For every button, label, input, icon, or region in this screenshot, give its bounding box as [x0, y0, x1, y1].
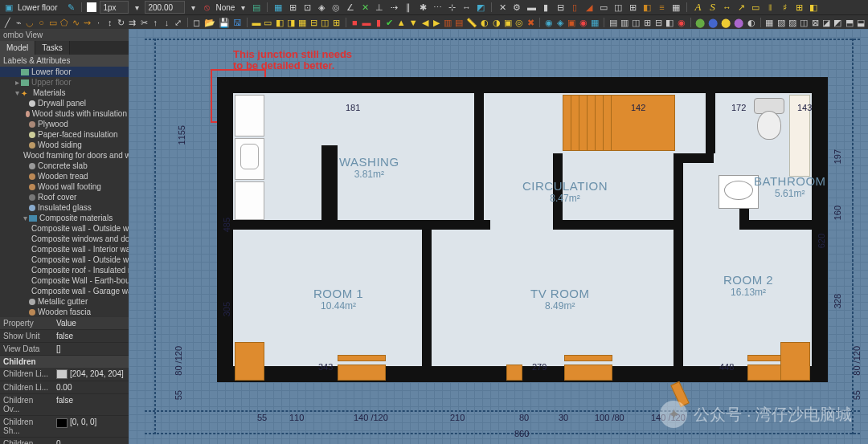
chart-icon[interactable]: ▤ — [455, 17, 463, 28]
btn-icon[interactable]: ⊞ — [643, 17, 651, 28]
btn-icon[interactable]: ⊟ — [654, 17, 662, 28]
btn-icon[interactable]: ⬓ — [857, 17, 865, 28]
btn-icon[interactable]: ◉ — [579, 17, 587, 28]
annotate-a-icon[interactable]: A — [692, 2, 703, 13]
btn-icon[interactable]: ▼ — [409, 17, 418, 28]
btn-icon[interactable]: ◪ — [822, 17, 830, 28]
tree-item[interactable]: Wood wall footing — [0, 181, 129, 192]
settings-icon[interactable]: ⚙ — [511, 2, 522, 13]
snap-dim-icon[interactable]: ↔ — [461, 2, 472, 13]
space-icon[interactable]: ◧ — [641, 2, 653, 13]
snap-near-icon[interactable]: ⋯ — [432, 2, 443, 13]
tree-item[interactable]: Wood siding — [0, 140, 129, 150]
btn-icon[interactable]: ◐ — [481, 17, 489, 28]
property-row[interactable]: Children Li...[204, 204, 204] — [0, 368, 129, 381]
btn-icon[interactable]: ◫ — [321, 17, 329, 28]
btn-icon[interactable]: ◧ — [665, 17, 674, 28]
spin-icon[interactable]: ▾ — [132, 2, 141, 12]
line-width-input[interactable] — [100, 1, 129, 14]
btn-icon[interactable]: ◈ — [556, 17, 564, 28]
btn-icon[interactable]: ▣ — [504, 17, 512, 28]
property-row[interactable]: Children Sh...[0, 0, 0] — [0, 416, 129, 438]
property-row[interactable]: View Data[] — [0, 343, 129, 356]
offset-icon[interactable]: ⇉ — [129, 17, 137, 28]
rect-icon[interactable]: ▭ — [49, 17, 57, 28]
btn-icon[interactable]: ⬤ — [734, 17, 743, 28]
btn-icon[interactable]: ▭ — [264, 17, 272, 28]
tree-item[interactable]: Concrete slab — [0, 161, 129, 171]
property-row[interactable]: Show Unitfalse — [0, 330, 129, 343]
btn-icon[interactable]: ◩ — [833, 17, 841, 28]
snap-grid-icon[interactable]: ⊞ — [287, 2, 298, 13]
circle-icon[interactable]: ○ — [38, 17, 46, 28]
btn-icon[interactable]: ▨ — [788, 17, 796, 28]
grid2-icon[interactable]: ⊞ — [793, 2, 805, 13]
btn-icon[interactable]: ▬ — [252, 17, 260, 28]
stairs-icon[interactable]: ≡ — [656, 2, 667, 13]
snap-par-icon[interactable]: ∥ — [403, 2, 414, 13]
frame-icon[interactable]: ⊞ — [627, 2, 638, 13]
btn-icon[interactable]: ■ — [350, 17, 358, 28]
rebar-icon[interactable]: ⊟ — [555, 2, 566, 13]
scale-input[interactable] — [145, 1, 185, 14]
btn-icon[interactable]: ▧ — [777, 17, 785, 28]
model-tree[interactable]: Lower floor▸Upper floor▾✦MaterialsDrywal… — [0, 67, 129, 317]
btn-icon[interactable]: ✖ — [526, 17, 534, 28]
open-icon[interactable]: 📂 — [204, 17, 215, 28]
section-icon[interactable]: ◧ — [808, 2, 819, 13]
snap-perp-icon[interactable]: ⊥ — [374, 2, 385, 13]
snap-angle-icon[interactable]: ∠ — [345, 2, 356, 13]
tree-item[interactable]: Roof cover — [0, 192, 129, 202]
btn-icon[interactable]: ⊟ — [309, 17, 317, 28]
line-icon[interactable]: ╱ — [3, 17, 11, 28]
tree-item[interactable]: ▸Upper floor — [0, 77, 129, 88]
new-icon[interactable]: ◻ — [192, 17, 200, 28]
trimex-icon[interactable]: ✂ — [140, 17, 148, 28]
floor-icon[interactable]: ▭ — [598, 2, 609, 13]
btn-icon[interactable]: ▮ — [375, 17, 383, 28]
snap-mid-icon[interactable]: ◈ — [316, 2, 327, 13]
tree-item[interactable]: Composite windows and door — [0, 234, 129, 244]
tree-item[interactable]: Wooden tread — [0, 171, 129, 181]
roof-icon[interactable]: ◢ — [583, 2, 595, 13]
btn-icon[interactable]: ▬ — [362, 17, 371, 28]
btn-icon[interactable]: ▣ — [567, 17, 575, 28]
dropdown-icon[interactable]: ▾ — [238, 2, 248, 12]
edit-icon[interactable]: ✎ — [65, 2, 76, 13]
btn-icon[interactable]: ✔ — [386, 17, 394, 28]
snap-spec-icon[interactable]: ✱ — [417, 2, 428, 13]
btn-icon[interactable]: ◫ — [632, 17, 640, 28]
dim-icon[interactable]: ↔ — [721, 2, 732, 13]
fill-swatch[interactable] — [87, 2, 96, 12]
tree-item[interactable]: Plywood — [0, 119, 129, 129]
btn-icon[interactable]: ▶ — [432, 17, 440, 28]
upgrade-icon[interactable]: ↑ — [151, 17, 159, 28]
property-row[interactable]: Children Tra...0 — [0, 438, 129, 444]
btn-icon[interactable]: ◉ — [545, 17, 553, 28]
tree-item[interactable]: Composite wall - Outside wall — [0, 223, 129, 234]
btn-icon[interactable]: ▦ — [298, 17, 306, 28]
btn-icon[interactable]: ▦ — [765, 17, 773, 28]
grid-icon[interactable]: ▦ — [272, 2, 284, 13]
tree-item[interactable]: Composite wall - Garage wall — [0, 286, 129, 296]
tree-item[interactable]: Composite Wall - Earth-bound — [0, 275, 129, 286]
poly-icon[interactable]: ⬠ — [60, 17, 68, 28]
none-fill-icon[interactable]: ⦸ — [201, 2, 212, 13]
tree-item[interactable]: Composite wall - Interior wall — [0, 244, 129, 255]
tree-item[interactable]: Drywall panel — [0, 98, 129, 108]
panel-icon[interactable]: ◫ — [612, 2, 624, 13]
tree-item[interactable]: Composite wall - Outside wall — [0, 255, 129, 265]
bspline-icon[interactable]: ∿ — [72, 17, 80, 28]
spin-icon[interactable]: ▾ — [188, 2, 198, 12]
move-icon[interactable]: ↕ — [106, 17, 114, 28]
tree-item[interactable]: Wood studs with insulation — [0, 108, 129, 119]
axis-icon[interactable]: ♯ — [779, 2, 790, 13]
btn-icon[interactable]: ▲ — [397, 17, 406, 28]
btn-icon[interactable]: ⬤ — [695, 17, 705, 28]
btn-icon[interactable]: ▥ — [620, 17, 628, 28]
tree-item[interactable]: ▾✦Materials — [0, 88, 129, 98]
btn-icon[interactable]: ▦ — [591, 17, 599, 28]
equip-icon[interactable]: ▦ — [670, 2, 682, 13]
snap-ext-icon[interactable]: ⇢ — [388, 2, 399, 13]
wrench-icon[interactable]: ✕ — [497, 2, 508, 13]
